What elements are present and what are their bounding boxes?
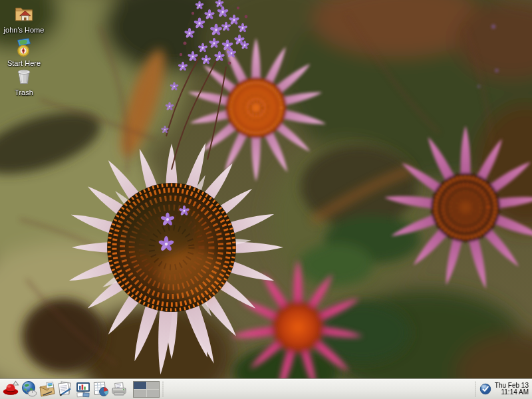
desktop-icon-label: john's Home <box>4 26 45 34</box>
printer-icon <box>110 380 128 398</box>
start-here-icon <box>13 37 35 58</box>
update-check-icon <box>479 383 491 395</box>
web-browser-icon <box>21 380 38 398</box>
desktop-icon-trash[interactable]: Trash <box>2 66 46 96</box>
desktop-icon-home[interactable]: john's Home <box>2 3 46 34</box>
word-processor-icon <box>57 380 74 398</box>
word-processor-button[interactable] <box>56 380 74 398</box>
spreadsheet-icon <box>92 380 110 398</box>
main-menu-button[interactable] <box>2 380 20 398</box>
email-icon <box>39 380 56 398</box>
workspace-cell[interactable] <box>134 382 146 389</box>
workspace-switcher <box>133 381 160 398</box>
desktop-icon-label: Trash <box>15 88 33 96</box>
presentations-button[interactable] <box>74 380 92 398</box>
home-folder-icon <box>13 3 35 25</box>
trash-icon <box>13 66 35 87</box>
applet-drag-handle[interactable] <box>162 382 164 396</box>
print-manager-button[interactable] <box>110 380 128 398</box>
network-alert-button[interactable] <box>479 382 492 396</box>
workspace-cell[interactable] <box>134 390 146 397</box>
web-browser-button[interactable] <box>20 380 38 398</box>
bottom-panel: Thu Feb 13 11:14 AM <box>0 378 532 399</box>
workspace-cell[interactable] <box>147 382 160 389</box>
presentations-icon <box>74 380 92 398</box>
wallpaper-photo <box>0 0 532 399</box>
clock-applet[interactable]: Thu Feb 13 11:14 AM <box>495 382 530 396</box>
red-hat-icon <box>3 380 20 398</box>
email-button[interactable] <box>38 380 56 398</box>
spreadsheet-button[interactable] <box>92 380 110 398</box>
desktop: john's Home Start Here Trash <box>0 0 532 399</box>
desktop-icon-start-here[interactable]: Start Here <box>2 37 46 67</box>
applet-drag-handle[interactable] <box>474 382 477 396</box>
clock-time: 11:14 AM <box>495 389 529 396</box>
workspace-cell[interactable] <box>147 390 160 397</box>
